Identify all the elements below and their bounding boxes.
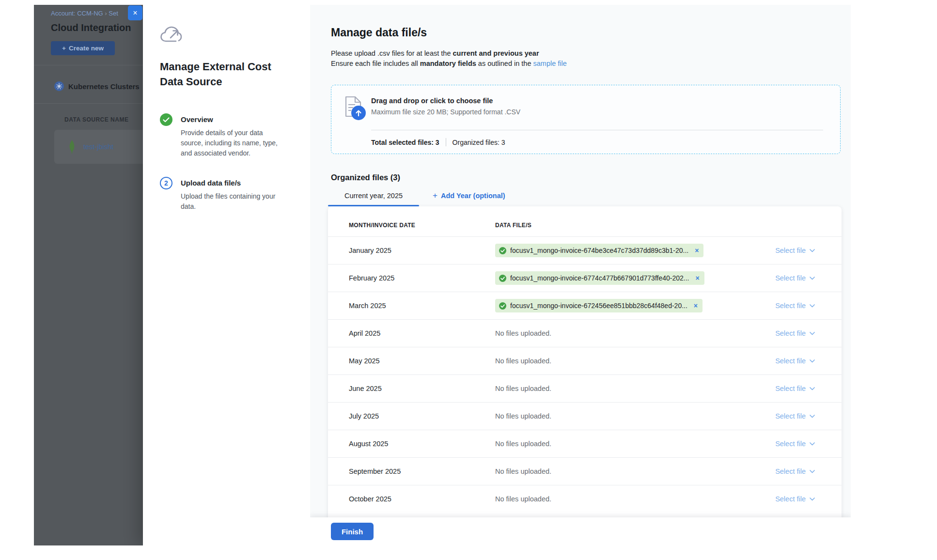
month-label: January 2025 (328, 247, 495, 254)
file-dropzone[interactable]: Drag and drop or click to choose file Ma… (331, 85, 841, 154)
column-header-data-file: DATA FILE/S (495, 222, 531, 229)
select-file-dropdown[interactable]: Select file (775, 247, 815, 254)
content-title: Manage data file/s (331, 26, 851, 39)
chevron-down-icon (810, 359, 815, 363)
step-label: Upload data file/s (181, 177, 285, 187)
app-window: Account: CCM-NG › Set Cloud Integration … (34, 5, 851, 545)
breadcrumb-account-link[interactable]: Account: CCM-NG (51, 10, 103, 17)
wizard-steps-panel: Manage External Cost Data Source Overvie… (143, 5, 310, 545)
chevron-down-icon (810, 249, 815, 252)
table-row: January 2025 focusv1_mongo-invoice-674be… (328, 236, 842, 264)
chevron-down-icon (810, 415, 815, 418)
finish-button[interactable]: Finish (331, 523, 374, 540)
sample-file-link[interactable]: sample file (533, 60, 567, 67)
plus-icon: + (433, 191, 437, 200)
file-name: focusv1_mongo-invoice-672456ee851bbb28c6… (510, 302, 687, 310)
wizard-step-upload[interactable]: 2 Upload data file/s Upload the files co… (160, 177, 297, 212)
table-row: August 2025 No files uploaded. Select fi… (328, 430, 842, 457)
divider (34, 103, 143, 104)
file-name: focusv1_mongo-invoice-674be3ce47c73d37dd… (510, 247, 688, 254)
no-files-text: No files uploaded. (495, 467, 551, 475)
page-title: Cloud Integration (51, 22, 131, 33)
step-number-badge: 2 (160, 177, 172, 189)
breadcrumb-trail-link[interactable]: Set (109, 10, 118, 17)
tab-kubernetes-clusters[interactable]: Kubernetes Clusters (54, 81, 140, 91)
tab-current-year[interactable]: Current year, 2025 (328, 190, 419, 206)
upload-instructions: Please upload .csv files for at least th… (331, 48, 851, 69)
total-selected-files: Total selected files: 3 (371, 139, 439, 146)
file-success-check-icon (499, 302, 506, 310)
close-button[interactable]: × (128, 5, 142, 20)
select-file-dropdown[interactable]: Select file (775, 440, 815, 448)
chevron-down-icon (810, 498, 815, 501)
dimmed-background-page: Account: CCM-NG › Set Cloud Integration … (34, 5, 143, 545)
select-file-dropdown[interactable]: Select file (775, 467, 815, 475)
upload-content-panel: Manage data file/s Please upload .csv fi… (310, 5, 851, 545)
wizard-step-overview[interactable]: Overview Provide details of your data so… (160, 113, 297, 158)
file-success-check-icon (499, 275, 506, 282)
mongodb-leaf-icon (69, 140, 75, 154)
select-file-dropdown[interactable]: Select file (775, 385, 815, 392)
file-success-check-icon (499, 247, 506, 254)
no-files-text: No files uploaded. (495, 329, 551, 337)
manage-data-source-drawer: Manage External Cost Data Source Overvie… (143, 5, 851, 545)
month-label: October 2025 (328, 495, 495, 503)
upload-arrow-icon (351, 106, 366, 120)
remove-file-button[interactable]: × (694, 302, 698, 309)
no-files-text: No files uploaded. (495, 385, 551, 392)
uploaded-file-chip: focusv1_mongo-invoice-674be3ce47c73d37dd… (495, 244, 703, 257)
add-year-button[interactable]: + Add Year (optional) (433, 191, 505, 206)
select-file-dropdown[interactable]: Select file (775, 274, 815, 282)
organized-files-count: Organized files: 3 (453, 139, 505, 146)
month-label: August 2025 (328, 440, 495, 448)
column-header-month: MONTH/INVOICE DATE (328, 222, 495, 229)
month-label: April 2025 (328, 329, 495, 337)
step-description: Provide details of your data source, inc… (181, 128, 285, 158)
select-file-dropdown[interactable]: Select file (775, 302, 815, 310)
select-file-dropdown[interactable]: Select file (775, 412, 815, 420)
dropzone-subtitle: Maximum file size 20 MB; Supported forma… (371, 108, 520, 116)
month-label: July 2025 (328, 412, 495, 420)
no-files-text: No files uploaded. (495, 412, 551, 420)
remove-file-button[interactable]: × (695, 247, 699, 254)
month-label: February 2025 (328, 274, 495, 282)
wizard-steps: Overview Provide details of your data so… (160, 113, 297, 212)
file-name: focusv1_mongo-invoice-6774c477b667901d77… (510, 274, 689, 282)
organized-files-table: MONTH/INVOICE DATE DATA FILE/S January 2… (328, 206, 842, 524)
organized-files-heading: Organized files (3) (331, 173, 851, 182)
table-row: February 2025 focusv1_mongo-invoice-6774… (328, 264, 842, 292)
year-tabs: Current year, 2025 + Add Year (optional) (328, 190, 851, 206)
no-files-text: No files uploaded. (495, 495, 551, 503)
instructions-line-2: Ensure each file includes all mandatory … (331, 59, 851, 69)
create-new-button[interactable]: + Create new (51, 41, 115, 55)
no-files-text: No files uploaded. (495, 357, 551, 365)
chevron-down-icon (810, 304, 815, 308)
table-row: March 2025 focusv1_mongo-invoice-672456e… (328, 292, 842, 319)
divider (34, 65, 143, 65)
step-completed-check-icon (160, 113, 172, 126)
select-file-dropdown[interactable]: Select file (775, 357, 815, 365)
no-files-text: No files uploaded. (495, 440, 551, 448)
uploaded-file-chip: focusv1_mongo-invoice-672456ee851bbb28c6… (495, 299, 703, 312)
select-file-dropdown[interactable]: Select file (775, 329, 815, 337)
wizard-title: Manage External Cost Data Source (160, 59, 276, 89)
breadcrumb-separator-icon: › (105, 10, 107, 17)
month-label: March 2025 (328, 302, 495, 310)
dropzone-title: Drag and drop or click to choose file (371, 96, 520, 105)
upload-file-icon (344, 96, 367, 121)
data-source-row[interactable]: test-jbisht (54, 130, 143, 164)
divider (371, 130, 823, 130)
month-label: September 2025 (328, 467, 495, 475)
kubernetes-icon (54, 81, 64, 91)
close-icon: × (133, 9, 137, 17)
select-file-dropdown[interactable]: Select file (775, 495, 815, 503)
plus-icon: + (62, 45, 66, 52)
data-source-link[interactable]: test-jbisht (83, 143, 113, 151)
chevron-down-icon (810, 332, 815, 335)
divider (446, 138, 446, 146)
step-description: Upload the files containing your data. (181, 191, 285, 212)
cloud-export-icon (160, 26, 297, 47)
table-row: April 2025 No files uploaded. Select fil… (328, 319, 842, 347)
breadcrumb: Account: CCM-NG › Set (51, 10, 118, 17)
remove-file-button[interactable]: × (695, 275, 699, 281)
